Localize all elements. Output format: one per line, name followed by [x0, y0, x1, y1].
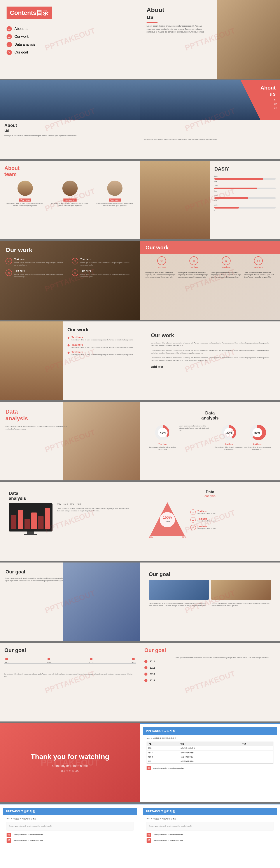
bullet-diamond-3: ◆ — [67, 351, 70, 354]
tl-year-2011: 2011 — [150, 660, 155, 663]
tl-item-2013: 2013 — [144, 673, 171, 676]
notice-sub-2: 아래의 내용을 꼭 확인하여 주세요 — [6, 817, 134, 820]
notice-items-3: 01 Lorem ipsum dolor sit amet consectetu… — [146, 833, 274, 843]
slide-our-work-full: PPTTAKEOUT Our work Lorem ipsum dolor si… — [140, 321, 280, 400]
item-desc-1: Lorem ipsum dolor sit amet. — [198, 513, 216, 514]
tl-dot-2011 — [144, 660, 147, 663]
prog-label-4: 40% — [214, 204, 276, 206]
num-1: 01 — [274, 99, 277, 101]
chart-2: 30% Text here Lorem ipsum dolor sit amet… — [215, 424, 243, 451]
slide-content: Our goal Lorem ipsum dolor sit amet, con… — [144, 567, 276, 611]
item-label-3: Text here — [198, 525, 216, 528]
slide-our-goal-img: PPTTAKEOUT Our goal Lorem ipsum dolor si… — [0, 562, 140, 641]
dot-year-2014: 2014 — [131, 661, 136, 663]
bar-6 — [45, 508, 50, 529]
td-4-1: 용도 — [147, 759, 179, 764]
notice-item-1: 01 Lorem ipsum dolor sit amet consectetu… — [6, 833, 134, 837]
slide-data-analysis-bar: PPTTAKEOUT Dataanalysis — [0, 482, 140, 561]
item-content-3: Text here Lorem ipsum dolor sit amet. — [198, 525, 216, 529]
prog-bar-3 — [214, 197, 276, 199]
work-text-2: Text here Lorem ipsum dolor sit amet, co… — [81, 258, 135, 266]
work-heading-4: Text here — [81, 270, 135, 272]
timeline: 2011 2012 2013 2014 — [4, 658, 136, 669]
text-cols: Lorem ipsum dolor sit amet, consectetur … — [145, 272, 275, 278]
dot-year-2011: 2011 — [4, 661, 9, 663]
menu-item-3: 03 Data analysis — [6, 42, 134, 47]
slide-notice-1: PPTTAKOUT 공지사항 아래의 내용을 꼭 확인하여 주세요 구분 내용 … — [140, 723, 280, 802]
member-desc-3: Lorem ipsum dolor sit amet, consectetur … — [94, 203, 136, 207]
slide-about-us-img: PPTTAKEOUT Aboutus Lorem ipsum dolor sit… — [140, 0, 280, 79]
prog-bar-2 — [214, 188, 276, 189]
thank-text: Thank you for watching — [31, 753, 109, 761]
text-col-1: Lorem ipsum dolor sit amet, consectetur … — [145, 272, 176, 278]
content-area: 2014 2015 2016 2017 Lorem ipsum dolor si… — [9, 503, 131, 535]
notice-items: 01 Lorem ipsum dolor sit amet consectetu… — [6, 833, 134, 843]
work-desc-1: Lorem ipsum dolor sit amet, consectetur … — [14, 261, 68, 266]
slide-title: Data — [148, 490, 272, 494]
work-item-2: ◎ Text here Lorem ipsum dolor sit amet, … — [72, 258, 135, 266]
menu-num-3: 03 — [6, 42, 12, 47]
about-title: Aboutus — [260, 85, 276, 97]
timeline-left: 2011 2012 2013 2014 — [144, 657, 171, 685]
work-heading-2: Text here — [81, 258, 135, 260]
text-item-2: ☁ Text here Lorem ipsum dolor sit amet. — [190, 517, 272, 523]
chart-title-2: Text here — [215, 443, 243, 445]
prog-fill-1 — [214, 178, 263, 180]
num-2: 02 — [274, 103, 277, 105]
work-icon-2: ◎ — [72, 258, 78, 265]
bar-5 — [38, 516, 44, 530]
city-image — [63, 562, 140, 641]
td-1-2: 나눔고딕, 나눔명조 — [179, 746, 241, 750]
notice-body-wrap: 아래의 내용을 꼭 확인하여 주세요 구분 내용 비고 폰트 나눔고딕, 나눔명… — [143, 737, 277, 773]
red-banner: Our work — [140, 241, 280, 254]
body-text: Lorem ipsum dolor sit amet, consectetur … — [146, 25, 211, 34]
slide-thank-you: PPTTAKEOUT Thank you for watching Compan… — [0, 723, 140, 802]
year-2014: 2014 — [57, 503, 61, 505]
menu-list: 01 About us 02 Our work 03 Data analysis… — [6, 26, 134, 55]
tl-year-2013: 2013 — [150, 673, 155, 675]
team-title: Aboutteam — [4, 165, 136, 177]
slide-content: Data analysis 150% center 30% 20% — [144, 487, 276, 542]
work-text-3: Text here Lorem ipsum dolor sit amet, co… — [14, 270, 68, 278]
year-2017: 2017 — [77, 503, 81, 505]
menu-item-1: 01 About us — [6, 26, 134, 31]
td-4-3 — [241, 759, 273, 764]
slide-data-analysis-pie: PPTTAKEOUT Dataanalysis 40% Text here L — [140, 402, 280, 480]
dot-2013: 2013 — [89, 658, 93, 663]
th-2: 내용 — [179, 742, 241, 746]
table-row-4: 용도 상업적 사용 불가 — [147, 759, 273, 764]
member-name-3: Your name — [109, 198, 121, 202]
notice-header-3: PPTTAKOUT 공지사항 — [143, 808, 277, 815]
bullet-3: ◆ Text here Lorem ipsum dolor sit amet, … — [67, 351, 136, 356]
text-block: Lorem ipsum dolor sit amet, consectetur … — [149, 602, 271, 607]
prog-text-4: t — [214, 209, 276, 211]
chart-title-1: Text here — [149, 443, 177, 445]
table-header-row: 구분 내용 비고 — [147, 742, 273, 746]
bullet-desc-3: Lorem ipsum dolor sit amet, consectetur … — [72, 354, 133, 356]
slide-our-goal-timeline-left: PPTTAKEOUT Our goal 2011 2012 2013 — [0, 643, 140, 721]
slide-title: Dataanalysis — [5, 408, 67, 422]
person-image — [140, 161, 210, 239]
slide-our-work-dark: PPTTAKEOUT Our work ★ Text here Lorem ip… — [0, 241, 140, 320]
prog-bar-4 — [214, 207, 276, 209]
notice-item-2: 02 Lorem ipsum dolor sit amet consectetu… — [6, 838, 134, 843]
dot-2011: 2011 — [4, 658, 9, 663]
text-col-4: Lorem ipsum dolor sit amet, consectetur … — [244, 272, 275, 278]
notice-table: 구분 내용 비고 폰트 나눔고딕, 나눔명조 이미지 무료 이미지 사용 아이콘… — [146, 742, 274, 764]
prog-label-2: 70% — [214, 185, 276, 187]
bullet-heading-1: Text here — [72, 336, 133, 339]
work-desc-2: Lorem ipsum dolor sit amet, consectetur … — [81, 261, 135, 266]
slide-our-work-left-img: PPTTAKEOUT Our work ◆ Text here Lorem ip… — [0, 321, 140, 400]
slide-dasiy: PPTTAKEOUT DASIY 80% tex 70% tex 55% — [140, 161, 280, 239]
icon-circle-4: ⊙ — [254, 256, 263, 265]
bottom-content: Lorem ipsum dolor sit amet, consectetur … — [140, 120, 280, 159]
td-3-2: 무료 아이콘 사용 — [179, 755, 241, 759]
avatar-3 — [107, 181, 122, 196]
bridge-image — [0, 80, 140, 124]
work-desc-3: Lorem ipsum dolor sit amet, consectetur … — [14, 273, 68, 278]
red-icon-3-1: 01 — [146, 833, 151, 837]
text-items: ★ Text here Lorem ipsum dolor sit amet. … — [190, 507, 272, 532]
slide-our-goal-timeline-right: PPTTAKEOUT Our goal 2011 2012 — [140, 643, 280, 721]
work-icon-1: ★ — [5, 258, 12, 265]
icon-item-4: ⊙ Text here — [254, 256, 263, 268]
